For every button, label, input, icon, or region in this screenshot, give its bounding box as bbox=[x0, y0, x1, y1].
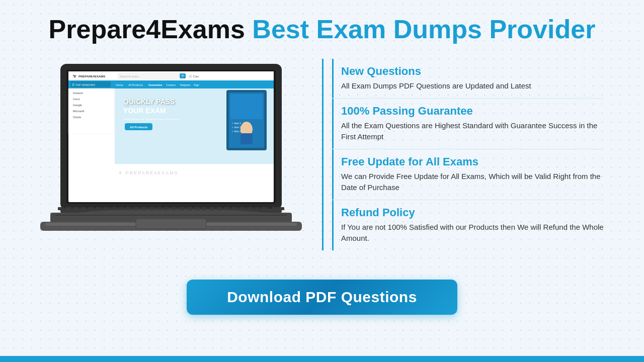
svg-rect-49 bbox=[65, 207, 71, 210]
feature-title-free-update: Free Update for All Exams bbox=[341, 155, 604, 168]
svg-rect-48 bbox=[58, 207, 64, 210]
svg-rect-74 bbox=[254, 207, 260, 210]
svg-text:Guarantee: Guarantee bbox=[148, 83, 162, 86]
feature-desc-new-questions: All Exam Dumps PDF Questions are Updated… bbox=[341, 80, 604, 92]
svg-text:Microsoft: Microsoft bbox=[73, 110, 85, 113]
features-section: New Questions All Exam Dumps PDF Questio… bbox=[322, 59, 604, 250]
bottom-bar bbox=[0, 356, 644, 362]
feature-refund-policy: Refund Policy If You are not 100% Satisf… bbox=[334, 200, 604, 250]
feature-free-update: Free Update for All Exams We can Provide… bbox=[334, 149, 604, 200]
svg-rect-64 bbox=[179, 207, 185, 210]
svg-rect-36 bbox=[240, 133, 253, 144]
download-pdf-button[interactable]: Download PDF Questions bbox=[187, 280, 457, 315]
svg-text:⚜ PREPARE4EXAMS: ⚜ PREPARE4EXAMS bbox=[118, 170, 178, 175]
svg-text:🔍: 🔍 bbox=[181, 74, 186, 78]
svg-rect-53 bbox=[96, 207, 102, 210]
svg-text:Cisco: Cisco bbox=[73, 98, 80, 101]
svg-rect-52 bbox=[88, 207, 94, 210]
feature-passing-guarantee: 100% Passing Guarantee All the Exam Ques… bbox=[334, 99, 604, 149]
svg-rect-67 bbox=[201, 207, 207, 210]
page-header: Prepare4Exams Best Exam Dumps Provider bbox=[40, 15, 604, 44]
feature-title-passing-guarantee: 100% Passing Guarantee bbox=[341, 105, 604, 118]
feature-desc-free-update: We can Provide Free Update for All Exams… bbox=[341, 171, 604, 194]
feature-title-new-questions: New Questions bbox=[341, 65, 604, 78]
svg-text:Home: Home bbox=[116, 83, 123, 86]
svg-text:Search for exam...: Search for exam... bbox=[120, 75, 140, 78]
svg-rect-50 bbox=[73, 207, 79, 210]
svg-text:Sign: Sign bbox=[194, 83, 199, 86]
svg-text:✓ item 3: ✓ item 3 bbox=[231, 130, 241, 133]
tagline: Best Exam Dumps Provider bbox=[252, 15, 595, 44]
svg-text:🛒 Cart: 🛒 Cart bbox=[189, 74, 199, 78]
svg-text:🦅: 🦅 bbox=[73, 74, 77, 78]
svg-rect-55 bbox=[111, 207, 117, 210]
download-section: Download PDF Questions bbox=[40, 280, 604, 315]
svg-text:Register: Register bbox=[180, 83, 191, 86]
svg-rect-56 bbox=[118, 207, 124, 210]
feature-desc-passing-guarantee: All the Exam Questions are Highest Stand… bbox=[341, 120, 604, 143]
svg-rect-57 bbox=[126, 207, 132, 210]
brand-name: Prepare4Exams bbox=[49, 15, 245, 44]
svg-text:Contact: Contact bbox=[166, 83, 176, 86]
feature-title-refund-policy: Refund Policy bbox=[341, 206, 604, 219]
svg-text:QUICKLY PASS: QUICKLY PASS bbox=[123, 98, 175, 106]
svg-rect-75 bbox=[262, 207, 268, 210]
svg-rect-71 bbox=[231, 207, 237, 210]
svg-text:YOUR EXAM: YOUR EXAM bbox=[123, 107, 166, 115]
svg-rect-68 bbox=[209, 207, 215, 210]
svg-rect-61 bbox=[156, 207, 162, 210]
svg-rect-73 bbox=[247, 207, 253, 210]
svg-rect-76 bbox=[272, 207, 284, 210]
svg-text:Google: Google bbox=[73, 104, 82, 107]
svg-rect-51 bbox=[80, 207, 87, 210]
feature-desc-refund-policy: If You are not 100% Satisfied with our P… bbox=[341, 222, 604, 244]
svg-text:Using Real and Updated Exam Qu: Using Real and Updated Exam Questions bbox=[123, 118, 179, 121]
svg-text:All Products: All Products bbox=[128, 83, 143, 86]
svg-rect-47 bbox=[55, 215, 287, 216]
page-title: Prepare4Exams Best Exam Dumps Provider bbox=[40, 15, 604, 44]
svg-rect-34 bbox=[230, 94, 263, 119]
svg-text:Amazon: Amazon bbox=[73, 92, 83, 95]
svg-rect-72 bbox=[239, 207, 245, 210]
laptop-wrapper: 🦅 PREPARE4EXAMS Search for exam... 🔍 🛒 C… bbox=[40, 59, 302, 267]
svg-rect-66 bbox=[194, 207, 200, 210]
svg-rect-62 bbox=[164, 207, 170, 210]
svg-rect-58 bbox=[133, 207, 139, 210]
svg-text:Oracle: Oracle bbox=[73, 116, 81, 119]
svg-rect-69 bbox=[216, 207, 222, 210]
svg-rect-59 bbox=[141, 207, 147, 210]
main-content: 🦅 PREPARE4EXAMS Search for exam... 🔍 🛒 C… bbox=[40, 59, 604, 267]
svg-rect-46 bbox=[136, 219, 206, 229]
svg-rect-65 bbox=[186, 207, 192, 210]
svg-text:All Products: All Products bbox=[130, 126, 148, 129]
svg-text:☰ TOP VENDORS: ☰ TOP VENDORS bbox=[72, 83, 96, 86]
laptop-image: 🦅 PREPARE4EXAMS Search for exam... 🔍 🛒 C… bbox=[40, 59, 302, 265]
svg-rect-70 bbox=[224, 207, 230, 210]
svg-rect-63 bbox=[171, 207, 177, 210]
laptop-section: 🦅 PREPARE4EXAMS Search for exam... 🔍 🛒 C… bbox=[40, 59, 302, 267]
feature-new-questions: New Questions All Exam Dumps PDF Questio… bbox=[334, 59, 604, 99]
svg-rect-54 bbox=[103, 207, 109, 210]
svg-text:✓ item 2: ✓ item 2 bbox=[231, 126, 241, 129]
svg-text:✓ item 1: ✓ item 1 bbox=[231, 122, 241, 125]
svg-rect-60 bbox=[148, 207, 154, 210]
svg-text:PREPARE4EXAMS: PREPARE4EXAMS bbox=[78, 75, 105, 78]
